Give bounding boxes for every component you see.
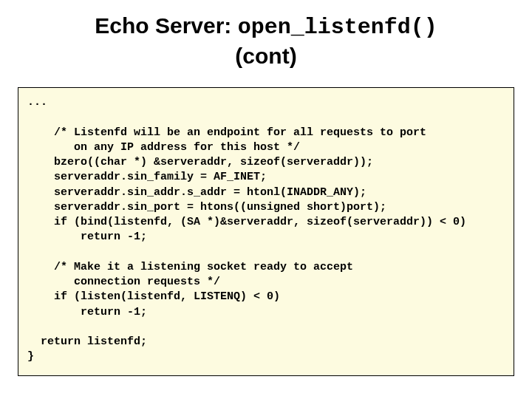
code-block: ... /* Listenfd will be an endpoint for … bbox=[18, 87, 514, 376]
slide-title: Echo Server: open_listenfd() (cont) bbox=[15, 12, 517, 69]
slide: Echo Server: open_listenfd() (cont) ... … bbox=[0, 0, 532, 399]
title-suffix: (cont) bbox=[235, 44, 296, 68]
title-prefix: Echo Server: bbox=[95, 13, 237, 38]
title-func: open_listenfd() bbox=[238, 15, 437, 40]
